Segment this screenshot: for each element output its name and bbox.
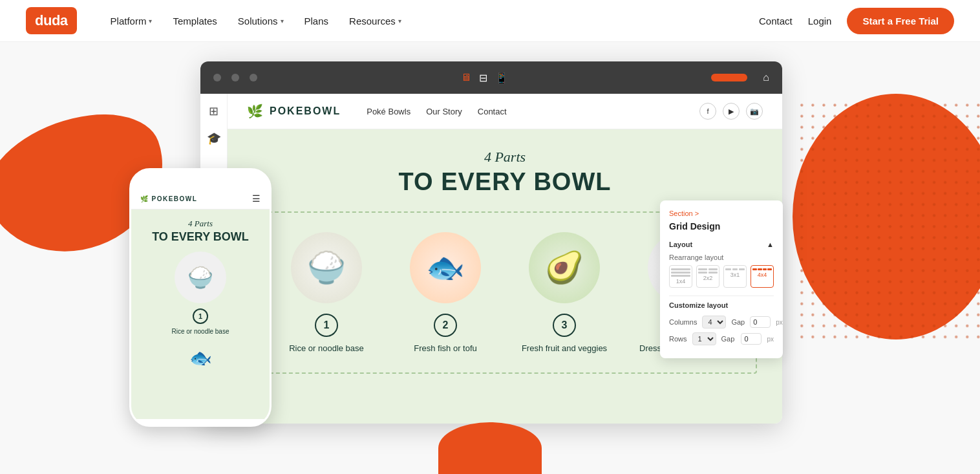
rows-row: Rows 123 Gap px [669, 332, 774, 345]
col-gap-unit: px [776, 319, 783, 326]
youtube-icon[interactable]: ▶ [723, 103, 740, 120]
rearrange-label: Rearrange layout [669, 253, 774, 261]
website-logo: 🌿 POKEBOWL [247, 103, 341, 119]
tablet-icon[interactable]: ⊟ [479, 72, 487, 84]
chevron-down-icon: ▾ [398, 17, 401, 25]
layout-line-active [763, 268, 767, 270]
dot-pattern [799, 100, 980, 346]
mobile-icon[interactable]: 📱 [495, 72, 508, 84]
nav-right: Contact Login Start a Free Trial [759, 8, 954, 34]
phone-title: TO EVERY BOWL [152, 230, 249, 244]
bowl-item-2: 🐟 2 Fresh fish or tofu [386, 226, 505, 360]
svg-rect-1 [799, 102, 980, 343]
chevron-down-icon: ▾ [281, 17, 284, 25]
browser-toolbar: 🖥 ⊟ 📱 ⌂ [200, 61, 782, 94]
columns-label: Columns [669, 318, 697, 326]
row-gap-label: Gap [721, 335, 736, 343]
main-content: 🖥 ⊟ 📱 ⌂ ⊞ 🎓 🌿 POKEBOWL [0, 42, 980, 474]
decorative-blob-right [793, 94, 980, 339]
browser-dot-3 [250, 74, 257, 81]
leaf-icon: 🌿 [140, 195, 149, 202]
browser-dot-2 [231, 74, 239, 81]
bowl-image-2: 🐟 [410, 232, 481, 303]
layout-label-active: 4x4 [758, 272, 767, 278]
phone-nav: 🌿 POKEBOWL ☰ [131, 188, 270, 210]
row-gap-input[interactable] [741, 333, 762, 345]
pokebowl-title: TO EVERY BOWL [398, 168, 611, 196]
layout-line [708, 272, 718, 274]
layout-label: 2x2 [703, 275, 713, 281]
layout-line-active [767, 268, 772, 270]
device-icons: 🖥 ⊟ 📱 [461, 72, 508, 84]
facebook-icon[interactable]: f [699, 103, 716, 120]
rows-select[interactable]: 123 [692, 332, 716, 345]
chevron-up-icon[interactable]: ▲ [767, 241, 774, 248]
home-icon[interactable]: ⌂ [763, 72, 769, 83]
start-trial-button[interactable]: Start a Free Trial [847, 8, 954, 34]
logo[interactable]: duda [26, 7, 77, 34]
bowl-number-1: 1 [315, 314, 338, 337]
columns-select[interactable]: 4123 [702, 316, 726, 329]
layout-option-3x1[interactable]: 3x1 [723, 265, 747, 288]
bowl-image-1: 🍚 [291, 232, 362, 303]
layout-label: 3x1 [730, 272, 740, 278]
layers-icon[interactable]: ⊞ [209, 104, 218, 118]
phone-mockup: 🌿 POKEBOWL ☰ 4 Parts TO EVERY BOWL 🍚 1 R… [129, 168, 272, 427]
bowl-number-3: 3 [553, 314, 576, 337]
bowl-item-3: 🥑 3 Fresh fruit and veggies [505, 226, 624, 360]
nav-links: Platform ▾ Templates Solutions ▾ Plans R… [103, 10, 759, 32]
bowl-image-3: 🥑 [529, 232, 600, 303]
row-gap-unit: px [767, 336, 774, 343]
layout-line-active [752, 268, 757, 270]
layout-line [671, 268, 690, 270]
layout-option-4x4[interactable]: 4x4 [751, 265, 774, 288]
phone-bowl-label: Rice or noodle base [172, 328, 229, 335]
website-nav-contact[interactable]: Contact [478, 107, 507, 116]
col-gap-input[interactable] [750, 316, 771, 328]
grid-design-panel: Section > Grid Design Layout ▲ Rearrange… [660, 200, 783, 358]
layout-line-active [758, 268, 762, 270]
graduation-icon[interactable]: 🎓 [207, 131, 221, 145]
browser-dot-1 [213, 74, 221, 81]
nav-login[interactable]: Login [808, 16, 832, 27]
leaf-icon: 🌿 [247, 103, 264, 119]
nav-platform[interactable]: Platform ▾ [103, 10, 160, 32]
nav-resources[interactable]: Resources ▾ [341, 10, 409, 32]
bowl-number-2: 2 [434, 314, 457, 337]
layout-options: 1x4 2x2 3x1 [669, 265, 774, 288]
layout-line [739, 268, 745, 270]
phone-fish-image: 🐟 [178, 341, 223, 374]
website-nav: 🌿 POKEBOWL Poké Bowls Our Story Contact … [228, 94, 782, 129]
hamburger-icon[interactable]: ☰ [252, 193, 261, 204]
columns-row: Columns 4123 Gap px [669, 316, 774, 329]
layout-option-2x2[interactable]: 2x2 [696, 265, 719, 288]
website-nav-story[interactable]: Our Story [426, 107, 462, 116]
nav-solutions[interactable]: Solutions ▾ [230, 10, 292, 32]
layout-line [698, 268, 707, 270]
website-nav-poke[interactable]: Poké Bowls [367, 107, 410, 116]
layout-line [671, 275, 690, 277]
phone-subtitle: 4 Parts [188, 219, 213, 229]
customize-label: Customize layout [669, 301, 774, 309]
nav-plans[interactable]: Plans [297, 10, 337, 32]
layout-line [671, 272, 690, 274]
panel-breadcrumb[interactable]: Section > [669, 210, 774, 217]
pokebowl-subtitle: 4 Parts [484, 149, 526, 166]
bowl-item-1: 🍚 1 Rice or noodle base [267, 226, 386, 360]
phone-bowl-image: 🍚 [175, 252, 226, 303]
nav-contact[interactable]: Contact [759, 16, 793, 27]
layout-option-1x4[interactable]: 1x4 [669, 265, 692, 288]
bowl-label-2: Fresh fish or tofu [414, 343, 477, 353]
phone-logo: 🌿 POKEBOWL [140, 195, 197, 202]
layout-section-label: Layout ▲ [669, 241, 774, 248]
phone-content: 4 Parts TO EVERY BOWL 🍚 1 Rice or noodle… [131, 210, 270, 419]
chevron-down-icon: ▾ [149, 17, 152, 25]
instagram-icon[interactable]: 📷 [746, 103, 763, 120]
rows-label: Rows [669, 335, 687, 343]
nav-templates[interactable]: Templates [165, 10, 224, 32]
desktop-icon[interactable]: 🖥 [461, 72, 471, 83]
bottom-orange-accent [438, 422, 542, 474]
layout-line [732, 268, 738, 270]
browser-publish-button[interactable] [711, 74, 747, 81]
layout-line [698, 272, 707, 274]
